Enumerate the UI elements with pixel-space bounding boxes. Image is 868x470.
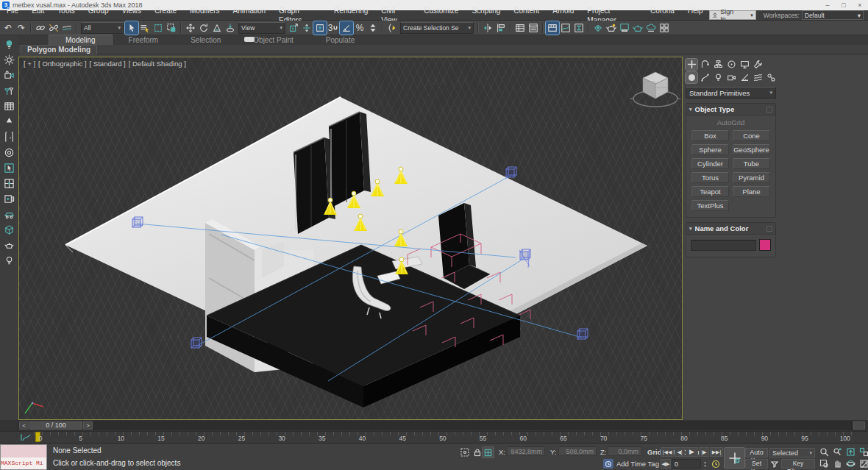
time-slider-handle[interactable]: 0 / 100 — [29, 421, 82, 430]
object-type-header[interactable]: ▾ Object Type — [686, 104, 775, 115]
object-type-button-teapot[interactable]: Teapot — [691, 186, 729, 197]
spinner-down-icon[interactable]: ▾ — [704, 464, 706, 468]
box-primitive-icon[interactable] — [2, 224, 15, 235]
zoom-all-icon[interactable] — [831, 446, 843, 457]
zoom-extents-all-icon[interactable] — [858, 446, 868, 457]
key-filters-button[interactable]: Key Filters... — [781, 459, 815, 469]
ribbon-tab-populate[interactable]: Populate — [310, 35, 371, 45]
close-button[interactable]: × — [852, 0, 868, 10]
next-frame-button[interactable]: |▶ — [699, 447, 709, 457]
select-and-scale-icon[interactable] — [210, 21, 224, 35]
current-frame-field[interactable]: 0 — [672, 459, 701, 469]
reference-coordinate-system-dropdown[interactable]: View ▾ — [238, 22, 285, 34]
ribbon-tab-selection[interactable]: Selection — [174, 35, 237, 45]
space-warps-category-icon[interactable] — [752, 72, 764, 83]
add-time-tag[interactable]: Add Time Tag — [603, 459, 659, 469]
object-type-button-sphere[interactable]: Sphere — [691, 144, 729, 155]
rendered-frame-window-icon[interactable] — [618, 21, 631, 35]
zoom-region-icon[interactable] — [818, 458, 830, 469]
mirror-icon[interactable] — [481, 21, 494, 35]
auto-key-button[interactable]: Auto Key — [745, 448, 768, 457]
selection-lock-icon[interactable] — [472, 447, 483, 457]
ribbon-collapse-control[interactable]: - — [244, 36, 259, 43]
light-bulb-icon[interactable] — [2, 38, 15, 50]
frame-spinner[interactable]: ▴ ▾ — [702, 459, 708, 469]
key-mode-toggle[interactable]: ◀▶ — [661, 459, 671, 469]
viewport-pov-menu[interactable]: [ Orthographic ] — [38, 60, 86, 68]
ribbon-tab-freeform[interactable]: Freeform — [113, 35, 175, 45]
rectangular-selection-region-icon[interactable] — [152, 21, 165, 35]
spinner-snap-toggle-icon[interactable] — [366, 21, 380, 35]
autogrid-checkbox[interactable]: AutoGrid — [686, 118, 775, 127]
use-pivot-point-center-icon[interactable] — [287, 21, 300, 35]
ribbon-tab-modeling[interactable]: Modeling — [49, 35, 113, 45]
object-type-button-textplus[interactable]: TextPlus — [691, 200, 729, 211]
sign-in-button[interactable]: Sign In ▾ — [709, 10, 755, 20]
polygon-modeling-panel[interactable]: Polygon Modeling — [21, 45, 97, 54]
cameras-category-icon[interactable] — [725, 72, 737, 83]
foliage-icon[interactable] — [2, 85, 15, 96]
minimize-button[interactable]: – — [819, 0, 836, 10]
x-coordinate-field[interactable]: 8432,8mm — [507, 446, 545, 456]
select-object-icon[interactable] — [125, 21, 138, 35]
keyboard-shortcut-override-icon[interactable] — [313, 21, 327, 35]
snaps-toggle-3d-icon[interactable]: 3 — [327, 21, 340, 35]
maximize-viewport-toggle-icon[interactable] — [858, 458, 868, 469]
window-crossing-icon[interactable] — [165, 21, 178, 35]
create-tab-icon[interactable] — [686, 59, 697, 70]
select-and-move-icon[interactable] — [184, 21, 197, 35]
viewport[interactable]: [ + ] [ Orthographic ] [ Standard ] [ De… — [18, 57, 683, 420]
viewport-plus-menu[interactable]: [ + ] — [24, 60, 35, 68]
toggle-scene-explorer-icon[interactable] — [513, 21, 527, 35]
open-autodesk-a360-icon[interactable] — [658, 21, 671, 35]
object-type-button-pyramid[interactable]: Pyramid — [733, 172, 770, 183]
angle-snap-toggle-icon[interactable] — [340, 21, 353, 35]
pan-hand-icon[interactable] — [831, 458, 843, 469]
hierarchy-tab-icon[interactable] — [712, 59, 724, 70]
torus-icon[interactable] — [2, 146, 15, 158]
vehicle-icon[interactable] — [2, 208, 15, 220]
lights-category-icon[interactable] — [712, 72, 724, 83]
tree-icon[interactable] — [2, 115, 15, 127]
utilities-tab-icon[interactable] — [752, 59, 764, 70]
display-tab-icon[interactable] — [739, 59, 750, 70]
select-by-name-icon[interactable] — [138, 21, 152, 35]
schedule-table-icon[interactable] — [2, 100, 15, 112]
toggle-layer-explorer-icon[interactable] — [527, 21, 540, 35]
name-and-color-header[interactable]: ▾ Name and Color — [686, 223, 775, 235]
edit-named-selection-sets-icon[interactable] — [385, 21, 399, 35]
geometry-category-icon[interactable] — [686, 72, 697, 83]
time-slider-prev-button[interactable]: < — [19, 421, 29, 430]
sun-light-icon[interactable] — [2, 54, 15, 65]
viewport-shading-menu[interactable]: [ Default Shading ] — [129, 60, 186, 68]
select-object-boxed-icon[interactable] — [2, 162, 15, 174]
select-and-place-icon[interactable] — [224, 21, 237, 35]
curve-editor-icon[interactable] — [559, 21, 572, 35]
key-filter-icon[interactable] — [769, 459, 780, 469]
object-name-input[interactable] — [691, 240, 756, 251]
grid-helper-icon[interactable] — [2, 177, 15, 189]
object-type-button-torus[interactable]: Torus — [691, 172, 729, 183]
set-key-button[interactable]: Set Key — [745, 459, 768, 469]
motion-tab-icon[interactable] — [725, 59, 737, 70]
maxscript-mini-listener[interactable]: MAXScript Mi — [0, 444, 47, 470]
absolute-mode-toggle-icon[interactable] — [482, 446, 494, 458]
workspace-dropdown[interactable]: Default ▾ — [802, 10, 864, 20]
time-configuration-icon[interactable] — [711, 459, 721, 469]
maximize-button[interactable]: □ — [836, 0, 852, 10]
unlink-selection-icon[interactable] — [47, 21, 60, 35]
object-type-button-cylinder[interactable]: Cylinder — [691, 158, 729, 169]
timeline-ruler[interactable]: 0510152025303540455055606570758085909510… — [34, 432, 852, 443]
shapes-category-icon[interactable] — [699, 72, 711, 83]
schematic-view-icon[interactable] — [572, 21, 586, 35]
select-and-link-icon[interactable] — [34, 21, 47, 35]
helpers-category-icon[interactable] — [739, 72, 750, 83]
primitive-category-dropdown[interactable]: Standard Primitives ▾ — [686, 87, 776, 99]
y-coordinate-field[interactable]: 508,0mm — [558, 446, 597, 456]
bind-to-space-warp-icon[interactable] — [60, 21, 74, 35]
time-slider-next-button[interactable]: > — [83, 421, 93, 430]
object-type-button-box[interactable]: Box — [691, 130, 729, 141]
undo-icon[interactable]: ↶ — [1, 21, 15, 35]
systems-category-icon[interactable] — [765, 72, 777, 83]
selection-set-dropdown[interactable]: Selected ▾ — [769, 448, 815, 457]
